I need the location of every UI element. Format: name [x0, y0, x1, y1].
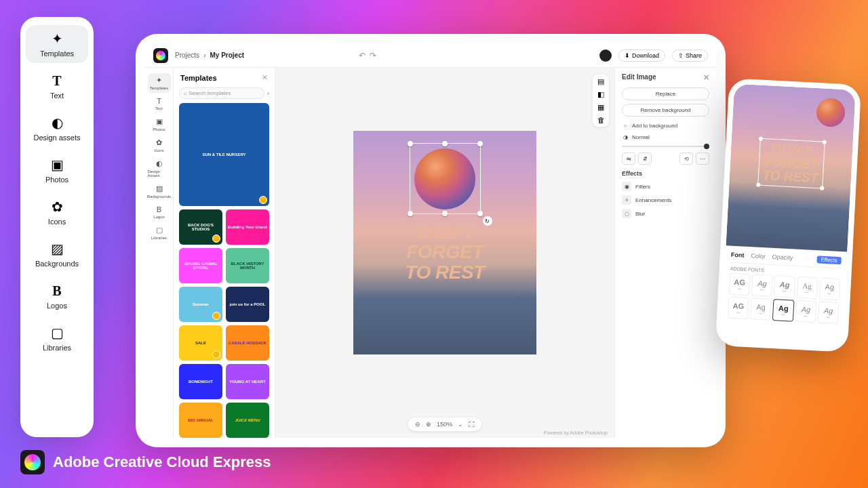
artboard[interactable]: ↻ DON'T FORGET TO REST — [353, 131, 536, 354]
rail-design-assets[interactable]: ◐Design Assets — [148, 157, 171, 180]
template-card[interactable]: YOUNG AT HEART — [226, 364, 269, 399]
phone-artboard[interactable]: DON'T FORGET TO REST — [726, 84, 856, 252]
nav-photos[interactable]: ▣Photos — [26, 151, 88, 189]
replace-button[interactable]: Replace — [622, 87, 709, 100]
zoom-out-icon[interactable]: ⊖ — [415, 421, 420, 428]
filters-button[interactable]: ◉Filters — [622, 180, 709, 193]
rail-logos[interactable]: BLogos — [148, 203, 171, 222]
resize-handle[interactable] — [442, 141, 448, 146]
template-card[interactable]: BIG ANNUAL — [179, 403, 222, 438]
canvas-tools: ▤ ◧ ▦ 🗑 — [593, 75, 609, 127]
font-option-selected[interactable]: Ag— — [772, 299, 794, 322]
font-option[interactable]: Ag— — [818, 278, 840, 301]
font-option[interactable]: AG— — [729, 273, 751, 296]
phone-text-panel: Font Color Opacity Effects ADOBE FONTS A… — [721, 245, 847, 346]
template-card[interactable]: SPRING SPRING SPRING — [179, 248, 222, 283]
breadcrumb-root[interactable]: Projects — [175, 52, 199, 59]
template-card[interactable]: BACK DOG'S STUDIOS — [179, 209, 222, 245]
resize-handle[interactable] — [822, 140, 826, 144]
font-option[interactable]: Ag— — [795, 300, 816, 323]
rail-photos[interactable]: ▣Photos — [148, 115, 171, 134]
trash-icon[interactable]: 🗑 — [595, 116, 606, 124]
libraries-icon: ▢ — [156, 226, 163, 235]
app-logo-icon[interactable] — [153, 48, 168, 63]
undo-icon[interactable]: ↶ — [359, 51, 366, 60]
selected-text[interactable]: DON'T FORGET TO REST — [757, 138, 825, 189]
rail-icons[interactable]: ✿Icons — [148, 136, 171, 155]
search-templates-input[interactable]: ⌕ Search templates — [179, 87, 264, 99]
resize-handle[interactable] — [477, 141, 483, 146]
flip-h-button[interactable]: ⇋ — [622, 152, 635, 165]
chevron-down-icon[interactable]: ⌄ — [458, 421, 463, 428]
rail-libraries[interactable]: ▢Libraries — [148, 223, 171, 243]
zoom-in-icon[interactable]: ⊕ — [426, 421, 431, 428]
font-option[interactable]: Ag— — [774, 275, 795, 298]
rotate-handle-icon[interactable]: ↻ — [483, 216, 492, 226]
template-card[interactable]: BONENIGHT — [179, 364, 222, 399]
redo-icon[interactable]: ↷ — [370, 51, 376, 60]
rail-backgrounds[interactable]: ▨Backgrounds — [148, 182, 171, 201]
nav-logos[interactable]: BLogos — [26, 277, 88, 315]
nav-icons[interactable]: ✿Icons — [26, 193, 88, 231]
resize-handle[interactable] — [820, 186, 824, 190]
download-button[interactable]: ⬇Download — [618, 49, 665, 62]
resize-handle[interactable] — [442, 211, 448, 216]
font-option[interactable]: AG— — [728, 297, 749, 320]
font-option[interactable]: Ag— — [796, 277, 818, 300]
grid-icon[interactable]: ▦ — [595, 103, 606, 112]
rail-text[interactable]: TText — [148, 94, 171, 113]
tab-effects[interactable]: Effects — [816, 256, 842, 264]
nav-text[interactable]: TText — [26, 67, 88, 105]
template-card[interactable]: JUICE MENU — [226, 403, 269, 438]
close-icon[interactable]: ✕ — [262, 73, 268, 82]
zoom-level[interactable]: 150% — [437, 421, 452, 428]
more-button[interactable]: ⋯ — [696, 152, 709, 165]
resize-handle[interactable] — [477, 211, 483, 216]
opacity-slider[interactable] — [622, 146, 709, 147]
resize-handle[interactable] — [408, 141, 413, 146]
template-card[interactable]: Summer — [179, 287, 222, 322]
crop-button[interactable]: ⟲ — [679, 152, 693, 165]
user-avatar[interactable] — [599, 49, 612, 62]
nav-design-assets[interactable]: ◐Design assets — [26, 109, 88, 147]
add-to-background-toggle[interactable]: ○Add to background — [622, 120, 709, 131]
fit-icon[interactable]: ⛶ — [469, 421, 475, 428]
powered-by-label: Powered by Adobe Photoshop — [544, 430, 608, 435]
tab-font[interactable]: Font — [731, 251, 745, 260]
sphere-image — [414, 148, 475, 209]
template-card[interactable]: join us for a POOL — [226, 287, 269, 322]
templates-icon: ✦ — [156, 76, 162, 85]
resize-handle[interactable] — [758, 137, 762, 141]
enhancements-button[interactable]: ✧Enhancements — [622, 193, 709, 207]
nav-libraries[interactable]: ▢Libraries — [26, 319, 88, 357]
rail-templates[interactable]: ✦Templates — [148, 73, 171, 93]
blur-button[interactable]: ◌Blur — [622, 207, 709, 220]
template-card[interactable]: Building Your Brand — [226, 209, 269, 245]
tab-opacity[interactable]: Opacity — [772, 253, 793, 262]
font-option[interactable]: Ag— — [818, 302, 840, 325]
blend-mode-select[interactable]: ◑Normal — [622, 131, 709, 143]
remove-bg-button[interactable]: Remove background — [622, 104, 709, 117]
template-card[interactable]: BLACK HISTORY MONTH — [226, 248, 269, 283]
left-nav-panel: ✦Templates TText ◐Design assets ▣Photos … — [20, 17, 94, 437]
slogan-text[interactable]: DON'T FORGET TO REST — [405, 222, 484, 282]
template-card[interactable]: CASALE HOSSACK — [226, 325, 269, 361]
chevron-right-icon[interactable]: › — [267, 89, 269, 97]
template-card[interactable]: SALE — [179, 325, 222, 361]
resize-handle[interactable] — [756, 182, 760, 186]
layers-icon[interactable]: ▤ — [595, 77, 606, 86]
download-icon: ⬇ — [625, 52, 630, 59]
flip-v-button[interactable]: ⇵ — [638, 152, 652, 165]
font-option[interactable]: Ag— — [750, 298, 772, 321]
font-option[interactable]: Ag— — [751, 274, 773, 297]
crop-icon[interactable]: ◧ — [595, 90, 606, 99]
icons-icon: ✿ — [49, 199, 65, 215]
tab-color[interactable]: Color — [751, 252, 766, 260]
template-card[interactable]: SUN & TILE NURSERY — [179, 103, 269, 206]
nav-backgrounds[interactable]: ▨Backgrounds — [26, 235, 88, 273]
share-button[interactable]: ⇧Share — [672, 49, 708, 62]
nav-templates[interactable]: ✦Templates — [26, 25, 88, 63]
resize-handle[interactable] — [408, 211, 413, 216]
close-icon[interactable]: ✕ — [703, 73, 709, 82]
selected-image[interactable]: ↻ — [410, 143, 481, 214]
